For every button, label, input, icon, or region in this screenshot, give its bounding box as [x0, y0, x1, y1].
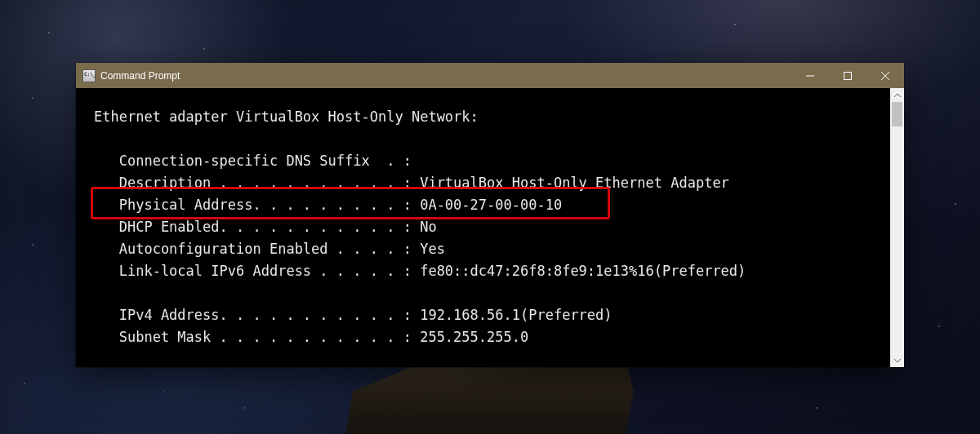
titlebar[interactable]: Command Prompt [76, 63, 904, 88]
line-dns-suffix: Connection-specific DNS Suffix . : [94, 153, 412, 169]
close-icon [881, 72, 889, 80]
console-output[interactable]: Ethernet adapter VirtualBox Host-Only Ne… [76, 88, 890, 367]
line-description: Description . . . . . . . . . . . : Virt… [94, 175, 729, 191]
scrollbar-thumb[interactable] [892, 102, 902, 126]
close-button[interactable] [866, 63, 904, 88]
minimize-button[interactable] [791, 63, 829, 88]
chevron-up-icon [894, 92, 901, 99]
window-title: Command Prompt [100, 70, 180, 82]
desktop-background: Command Prompt Et [0, 0, 980, 434]
line-dhcp-enabled: DHCP Enabled. . . . . . . . . . . : No [94, 219, 437, 235]
svg-rect-0 [844, 72, 852, 79]
vertical-scrollbar[interactable] [890, 88, 904, 367]
line-physical-address: Physical Address. . . . . . . . . : 0A-0… [94, 197, 562, 213]
command-prompt-window: Command Prompt Et [76, 63, 904, 367]
window-client-area: Ethernet adapter VirtualBox Host-Only Ne… [76, 88, 904, 367]
adapter-header: Ethernet adapter VirtualBox Host-Only Ne… [94, 108, 479, 125]
chevron-down-icon [894, 357, 901, 364]
line-ipv4-address: IPv4 Address. . . . . . . . . . . : 192.… [94, 307, 612, 323]
line-autoconfiguration: Autoconfiguration Enabled . . . . : Yes [94, 241, 445, 257]
maximize-button[interactable] [829, 63, 866, 88]
line-link-local-ipv6: Link-local IPv6 Address . . . . . : fe80… [94, 263, 746, 279]
command-prompt-icon [82, 69, 96, 82]
scroll-down-button[interactable] [890, 353, 904, 367]
maximize-icon [844, 72, 852, 80]
scroll-up-button[interactable] [890, 88, 904, 102]
line-subnet-mask: Subnet Mask . . . . . . . . . . . : 255.… [94, 329, 528, 345]
minimize-icon [806, 72, 814, 80]
